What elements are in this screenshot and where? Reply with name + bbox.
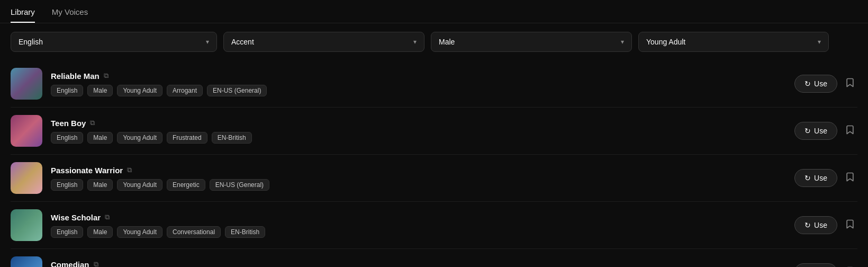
language-filter-value: English xyxy=(19,38,43,46)
tag: Young Adult xyxy=(117,226,162,238)
voice-list: Reliable Man ⧉ EnglishMaleYoung AdultArr… xyxy=(0,60,868,267)
use-button[interactable]: ↻ Use xyxy=(794,75,837,93)
copy-icon[interactable]: ⧉ xyxy=(127,166,132,174)
gender-filter[interactable]: Male ▾ xyxy=(431,32,632,52)
use-button[interactable]: ↻ Use xyxy=(794,216,837,234)
tabs-bar: Library My Voices xyxy=(0,0,868,23)
accent-filter[interactable]: Accent ▾ xyxy=(223,32,424,52)
copy-icon[interactable]: ⧉ xyxy=(105,213,110,221)
voice-info: Wise Scholar ⧉ EnglishMaleYoung AdultCon… xyxy=(51,213,786,238)
copy-icon[interactable]: ⧉ xyxy=(94,260,98,267)
use-label: Use xyxy=(814,174,827,182)
voice-info: Passionate Warrior ⧉ EnglishMaleYoung Ad… xyxy=(51,166,786,191)
gender-filter-value: Male xyxy=(439,38,455,46)
voice-actions: ↻ Use xyxy=(794,122,857,140)
tags-container: EnglishMaleYoung AdultFrustratedEN-Briti… xyxy=(51,132,786,144)
list-item: Teen Boy ⧉ EnglishMaleYoung AdultFrustra… xyxy=(11,108,857,155)
avatar xyxy=(11,115,42,147)
age-filter-value: Young Adult xyxy=(646,38,685,46)
tags-container: EnglishMaleYoung AdultEnergeticEN-US (Ge… xyxy=(51,179,786,191)
refresh-icon: ↻ xyxy=(804,127,811,135)
tab-my-voices[interactable]: My Voices xyxy=(52,7,88,23)
voice-info: Comedian ⧉ EnglishMaleYoung AdultBreezil… xyxy=(51,260,786,268)
accent-filter-chevron: ▾ xyxy=(413,38,417,46)
tags-container: EnglishMaleYoung AdultArrogantEN-US (Gen… xyxy=(51,85,786,96)
use-label: Use xyxy=(814,127,827,135)
avatar xyxy=(11,68,42,100)
tag: Young Adult xyxy=(117,179,162,191)
tag: Male xyxy=(87,226,113,238)
bookmark-button[interactable] xyxy=(843,217,857,234)
tag: Male xyxy=(87,179,113,191)
avatar xyxy=(11,162,42,194)
voice-actions: ↻ Use xyxy=(794,169,857,187)
voice-actions: ↻ Use xyxy=(794,75,857,93)
use-button[interactable]: ↻ Use xyxy=(794,122,837,140)
voice-info: Reliable Man ⧉ EnglishMaleYoung AdultArr… xyxy=(51,72,786,96)
tag: Young Adult xyxy=(117,132,162,144)
avatar xyxy=(11,209,42,241)
copy-icon[interactable]: ⧉ xyxy=(104,72,108,80)
language-filter[interactable]: English ▾ xyxy=(11,32,217,52)
list-item: Wise Scholar ⧉ EnglishMaleYoung AdultCon… xyxy=(11,202,857,249)
voice-name-row: Passionate Warrior ⧉ xyxy=(51,166,786,175)
filters-row: English ▾ Accent ▾ Male ▾ Young Adult ▾ xyxy=(0,23,868,60)
voice-name: Reliable Man xyxy=(51,72,100,81)
tab-library[interactable]: Library xyxy=(11,7,35,23)
voice-name: Teen Boy xyxy=(51,119,86,128)
tag: Young Adult xyxy=(117,85,162,96)
use-button[interactable]: ↻ Use xyxy=(794,263,837,267)
voice-name: Wise Scholar xyxy=(51,213,101,222)
use-label: Use xyxy=(814,79,827,88)
tags-container: EnglishMaleYoung AdultConversationalEN-B… xyxy=(51,226,786,238)
list-item: Passionate Warrior ⧉ EnglishMaleYoung Ad… xyxy=(11,155,857,202)
voice-actions: ↻ Use xyxy=(794,216,857,234)
voice-actions: ↻ Use xyxy=(794,263,857,267)
tag: English xyxy=(51,85,83,96)
tag: Frustrated xyxy=(167,132,207,144)
tag: Energetic xyxy=(167,179,205,191)
tag: English xyxy=(51,226,83,238)
gender-filter-chevron: ▾ xyxy=(621,38,624,46)
tag: Arrogant xyxy=(167,85,203,96)
tag: English xyxy=(51,132,83,144)
list-item: Reliable Man ⧉ EnglishMaleYoung AdultArr… xyxy=(11,60,857,108)
tag: Male xyxy=(87,85,113,96)
refresh-icon: ↻ xyxy=(804,79,811,88)
accent-filter-value: Accent xyxy=(231,38,254,46)
voice-name-row: Wise Scholar ⧉ xyxy=(51,213,786,222)
voice-name: Comedian xyxy=(51,260,89,268)
age-filter[interactable]: Young Adult ▾ xyxy=(638,32,829,52)
list-item: Comedian ⧉ EnglishMaleYoung AdultBreezil… xyxy=(11,249,857,267)
bookmark-button[interactable] xyxy=(843,122,857,140)
refresh-icon: ↻ xyxy=(804,221,811,229)
use-button[interactable]: ↻ Use xyxy=(794,169,837,187)
voice-info: Teen Boy ⧉ EnglishMaleYoung AdultFrustra… xyxy=(51,119,786,144)
tag: EN-British xyxy=(225,226,265,238)
tag: Male xyxy=(87,132,113,144)
age-filter-chevron: ▾ xyxy=(818,38,821,46)
bookmark-button[interactable] xyxy=(843,75,857,93)
voice-name-row: Reliable Man ⧉ xyxy=(51,72,786,81)
bookmark-button[interactable] xyxy=(843,264,857,268)
tag: EN-US (General) xyxy=(210,179,269,191)
copy-icon[interactable]: ⧉ xyxy=(90,119,95,127)
voice-name-row: Comedian ⧉ xyxy=(51,260,786,268)
tag: EN-US (General) xyxy=(207,85,267,96)
bookmark-button[interactable] xyxy=(843,170,857,187)
avatar xyxy=(11,256,42,267)
voice-name-row: Teen Boy ⧉ xyxy=(51,119,786,128)
tag: English xyxy=(51,179,83,191)
voice-name: Passionate Warrior xyxy=(51,166,123,175)
refresh-icon: ↻ xyxy=(804,174,811,182)
language-filter-chevron: ▾ xyxy=(206,38,209,46)
tag: Conversational xyxy=(167,226,221,238)
use-label: Use xyxy=(814,221,827,229)
tag: EN-British xyxy=(212,132,252,144)
